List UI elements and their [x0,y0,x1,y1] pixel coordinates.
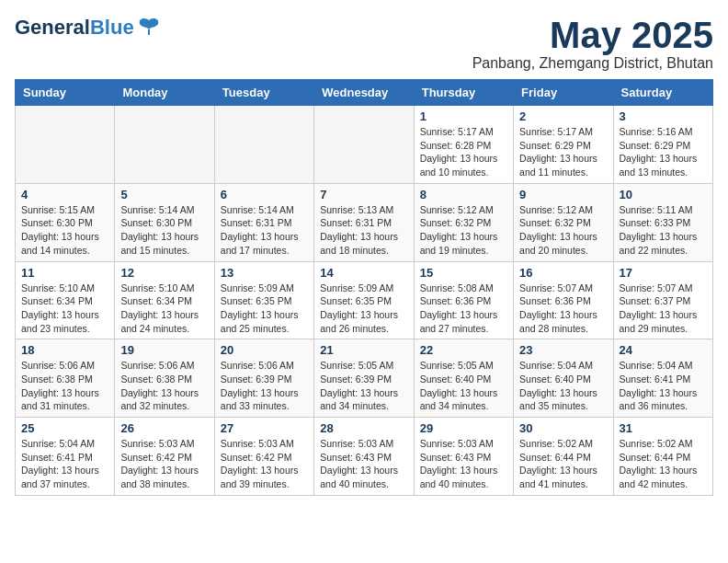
calendar-cell: 17Sunrise: 5:07 AMSunset: 6:37 PMDayligh… [613,261,712,339]
calendar-cell: 3Sunrise: 5:16 AMSunset: 6:29 PMDaylight… [613,106,712,184]
weekday-header-saturday: Saturday [613,80,712,106]
day-number: 6 [221,188,308,201]
calendar-cell: 23Sunrise: 5:04 AMSunset: 6:40 PMDayligh… [514,339,613,418]
day-info: Sunrise: 5:05 AMSunset: 6:39 PMDaylight:… [320,359,407,413]
calendar-cell: 12Sunrise: 5:10 AMSunset: 6:34 PMDayligh… [115,261,214,339]
week-row-3: 11Sunrise: 5:10 AMSunset: 6:34 PMDayligh… [16,261,713,339]
weekday-header-monday: Monday [115,80,214,106]
calendar-cell: 28Sunrise: 5:03 AMSunset: 6:43 PMDayligh… [314,418,414,496]
day-info: Sunrise: 5:06 AMSunset: 6:39 PMDaylight:… [221,359,308,413]
day-number: 19 [120,343,208,357]
day-number: 28 [320,421,407,435]
day-number: 12 [120,266,208,280]
day-number: 26 [120,421,208,435]
calendar-cell: 29Sunrise: 5:03 AMSunset: 6:43 PMDayligh… [414,418,513,496]
day-info: Sunrise: 5:03 AMSunset: 6:42 PMDaylight:… [120,437,208,491]
logo-general: General [15,16,90,39]
page-header: GeneralBlue May 2025 Panbang, Zhemgang D… [15,15,713,72]
day-number: 7 [320,188,407,201]
day-info: Sunrise: 5:04 AMSunset: 6:41 PMDaylight:… [620,359,707,413]
calendar-cell: 11Sunrise: 5:10 AMSunset: 6:34 PMDayligh… [16,261,115,339]
day-number: 31 [620,421,707,435]
calendar-cell: 9Sunrise: 5:12 AMSunset: 6:32 PMDaylight… [514,183,613,261]
calendar-cell: 31Sunrise: 5:02 AMSunset: 6:44 PMDayligh… [613,418,712,496]
calendar-cell: 18Sunrise: 5:06 AMSunset: 6:38 PMDayligh… [16,339,115,418]
day-info: Sunrise: 5:16 AMSunset: 6:29 PMDaylight:… [620,125,707,179]
calendar-cell [214,106,313,184]
day-info: Sunrise: 5:03 AMSunset: 6:43 PMDaylight:… [320,437,407,491]
day-info: Sunrise: 5:04 AMSunset: 6:41 PMDaylight:… [21,437,108,491]
calendar-cell [115,106,214,184]
title-area: May 2025 Panbang, Zhemgang District, Bhu… [472,15,713,72]
calendar-cell [314,106,414,184]
calendar-table: SundayMondayTuesdayWednesdayThursdayFrid… [15,79,713,496]
calendar-cell: 7Sunrise: 5:13 AMSunset: 6:31 PMDaylight… [314,183,414,261]
day-info: Sunrise: 5:17 AMSunset: 6:29 PMDaylight:… [519,125,607,179]
day-info: Sunrise: 5:14 AMSunset: 6:31 PMDaylight:… [221,203,308,258]
day-number: 9 [519,188,607,201]
day-number: 1 [420,109,507,123]
day-number: 22 [420,343,507,357]
day-number: 17 [620,266,707,280]
logo: GeneralBlue [15,15,162,40]
calendar-cell: 26Sunrise: 5:03 AMSunset: 6:42 PMDayligh… [115,418,214,496]
calendar-cell: 27Sunrise: 5:03 AMSunset: 6:42 PMDayligh… [214,418,313,496]
calendar-cell: 15Sunrise: 5:08 AMSunset: 6:36 PMDayligh… [414,261,513,339]
week-row-5: 25Sunrise: 5:04 AMSunset: 6:41 PMDayligh… [16,418,713,496]
day-number: 8 [420,188,507,201]
logo-blue: Blue [90,16,134,39]
day-number: 13 [221,266,308,280]
day-info: Sunrise: 5:05 AMSunset: 6:40 PMDaylight:… [420,359,507,413]
day-info: Sunrise: 5:06 AMSunset: 6:38 PMDaylight:… [120,359,208,413]
day-info: Sunrise: 5:03 AMSunset: 6:43 PMDaylight:… [420,437,507,491]
day-number: 20 [221,343,308,357]
day-number: 24 [620,343,707,357]
calendar-cell: 22Sunrise: 5:05 AMSunset: 6:40 PMDayligh… [414,339,513,418]
week-row-2: 4Sunrise: 5:15 AMSunset: 6:30 PMDaylight… [16,183,713,261]
day-info: Sunrise: 5:17 AMSunset: 6:28 PMDaylight:… [420,125,507,179]
day-number: 3 [620,109,707,123]
day-info: Sunrise: 5:03 AMSunset: 6:42 PMDaylight:… [221,437,308,491]
calendar-cell: 1Sunrise: 5:17 AMSunset: 6:28 PMDaylight… [414,106,513,184]
day-info: Sunrise: 5:15 AMSunset: 6:30 PMDaylight:… [21,203,108,258]
month-year-title: May 2025 [472,15,713,55]
calendar-cell: 20Sunrise: 5:06 AMSunset: 6:39 PMDayligh… [214,339,313,418]
day-number: 21 [320,343,407,357]
day-number: 15 [420,266,507,280]
day-number: 30 [519,421,607,435]
calendar-cell: 19Sunrise: 5:06 AMSunset: 6:38 PMDayligh… [115,339,214,418]
calendar-cell: 14Sunrise: 5:09 AMSunset: 6:35 PMDayligh… [314,261,414,339]
weekday-header-sunday: Sunday [16,80,115,106]
day-number: 10 [620,188,707,201]
day-info: Sunrise: 5:12 AMSunset: 6:32 PMDaylight:… [519,203,607,258]
day-info: Sunrise: 5:10 AMSunset: 6:34 PMDaylight:… [120,282,208,336]
day-info: Sunrise: 5:07 AMSunset: 6:37 PMDaylight:… [620,282,707,336]
calendar-cell: 8Sunrise: 5:12 AMSunset: 6:32 PMDaylight… [414,183,513,261]
logo-bird-icon [136,15,162,40]
weekday-header-wednesday: Wednesday [314,80,414,106]
day-number: 11 [21,266,108,280]
day-number: 16 [519,266,607,280]
day-info: Sunrise: 5:02 AMSunset: 6:44 PMDaylight:… [620,437,707,491]
weekday-header-thursday: Thursday [414,80,513,106]
week-row-4: 18Sunrise: 5:06 AMSunset: 6:38 PMDayligh… [16,339,713,418]
day-info: Sunrise: 5:09 AMSunset: 6:35 PMDaylight:… [221,282,308,336]
calendar-cell: 25Sunrise: 5:04 AMSunset: 6:41 PMDayligh… [16,418,115,496]
day-number: 18 [21,343,108,357]
calendar-cell: 16Sunrise: 5:07 AMSunset: 6:36 PMDayligh… [514,261,613,339]
weekday-header-row: SundayMondayTuesdayWednesdayThursdayFrid… [16,80,713,106]
weekday-header-tuesday: Tuesday [214,80,313,106]
calendar-cell: 6Sunrise: 5:14 AMSunset: 6:31 PMDaylight… [214,183,313,261]
weekday-header-friday: Friday [514,80,613,106]
day-number: 23 [519,343,607,357]
calendar-cell: 5Sunrise: 5:14 AMSunset: 6:30 PMDaylight… [115,183,214,261]
day-number: 29 [420,421,507,435]
day-info: Sunrise: 5:08 AMSunset: 6:36 PMDaylight:… [420,282,507,336]
day-info: Sunrise: 5:10 AMSunset: 6:34 PMDaylight:… [21,282,108,336]
day-number: 5 [120,188,208,201]
day-info: Sunrise: 5:02 AMSunset: 6:44 PMDaylight:… [519,437,607,491]
calendar-cell: 13Sunrise: 5:09 AMSunset: 6:35 PMDayligh… [214,261,313,339]
week-row-1: 1Sunrise: 5:17 AMSunset: 6:28 PMDaylight… [16,106,713,184]
day-info: Sunrise: 5:07 AMSunset: 6:36 PMDaylight:… [519,282,607,336]
day-info: Sunrise: 5:12 AMSunset: 6:32 PMDaylight:… [420,203,507,258]
